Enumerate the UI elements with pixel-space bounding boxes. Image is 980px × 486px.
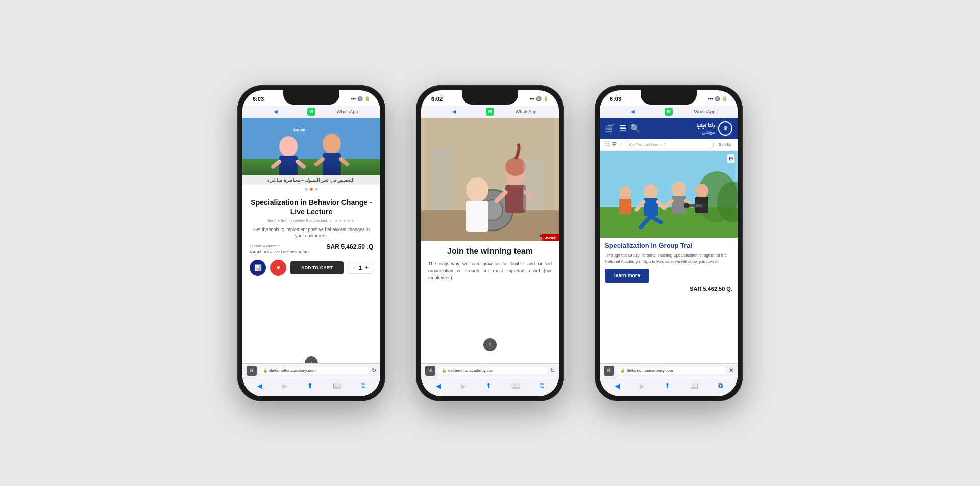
svg-line-10 [341,159,347,164]
url-bar-3[interactable]: 🔒 deltamotionacademy.com [617,367,726,374]
bottom-nav-3: ◀ ▶ ⬆ 📖 ⧉ [600,378,738,396]
url-bar-1[interactable]: 🔒 deltamotionacademy.com [260,367,369,374]
svg-line-9 [316,159,323,164]
phone-3: 6:03 ▪▪▪ 🔘 🔋 ◀ W WhatsApp 🛒 [595,85,743,401]
add-to-cart-button[interactable]: ADD TO CART [290,261,344,274]
scroll-up-2[interactable]: ↑ [483,338,497,351]
nav-share-3[interactable]: ⬆ [665,382,670,390]
battery-icon-2: 🔋 [543,96,549,101]
svg-rect-20 [505,185,526,213]
wishlist-button[interactable]: ♥ [270,260,286,276]
svg-rect-18 [466,201,488,232]
search-placeholder-3: the Product Name ? [629,142,666,147]
svg-point-45 [619,186,631,199]
svg-rect-25 [523,159,544,210]
nav-share-1[interactable]: ⬆ [307,382,313,390]
grid-view-icon[interactable]: ⊞ [611,141,617,148]
dot-2-active[interactable] [310,188,313,191]
search-icon-3[interactable]: 🔍 [630,123,641,133]
logo-arabic: دلتا فيتنيا [696,122,715,129]
signal-icon-3: ▪▪▪ [708,96,713,101]
notch-1 [283,90,339,105]
back-icon-1[interactable]: ◀ [247,109,304,114]
url-text-1: deltamotionacademy.com [270,368,316,373]
section-desc-2: The only way we can grow as a flexible a… [428,260,552,282]
list-view-icon[interactable]: ☰ [604,141,609,148]
browser-bar-1: ◀ W WhatsApp [242,106,380,118]
lock-icon-3: 🔒 [620,368,625,373]
nav-back-1[interactable]: ◀ [257,382,262,390]
refresh-icon-2[interactable]: ↻ [550,367,555,374]
wifi-icon-3: 🔘 [715,96,720,101]
battery-icon: 🔋 [364,96,370,101]
app-name-2: WhatsApp [497,109,555,114]
time-2: 6:02 [431,96,443,102]
shop-header: 🛒 ☰ 🔍 دلتا فيتنيا موشن ⚙ [600,118,738,139]
chart-button[interactable]: 📊 [250,260,266,276]
status-icons-2: ▪▪▪ 🔘 🔋 [529,96,549,101]
svg-point-3 [279,136,298,157]
nav-book-2[interactable]: 📖 [511,382,520,390]
close-icon-3[interactable]: ✕ [729,367,733,374]
product3-title: Specialization in Group Trai [605,242,732,249]
arrow-up-icon[interactable]: ↑ [620,141,623,147]
hero-image-1: NASM التخصص في تغير السلوك – محاضرة مباش… [242,118,380,185]
svg-line-5 [273,162,279,167]
phone3-hero: ⊟ [600,151,738,238]
battery-icon-3: 🔋 [722,96,727,101]
nav-back-3[interactable]: ◀ [615,382,620,390]
wifi-icon: 🔘 [357,96,363,101]
refresh-icon-1[interactable]: ↻ [372,367,376,374]
jobs-underline [540,235,555,237]
svg-point-7 [323,134,341,154]
svg-line-6 [298,162,304,167]
nav-forward-1[interactable]: ▶ [282,382,287,390]
logo-section: دلتا فيتنيا موشن ⚙ [696,121,732,136]
review-text: Be the first to review this product [268,218,327,223]
phone3-content: 🛒 ☰ 🔍 دلتا فيتنيا موشن ⚙ [600,118,738,396]
notch-3 [641,90,697,105]
qty-minus[interactable]: − [352,264,356,271]
status-sku: Status: Available NASM BCS-Live Lectures… [250,243,311,255]
back-icon-2[interactable]: ◀ [425,109,483,114]
qty-plus[interactable]: + [365,264,369,271]
nav-tabs-2[interactable]: ⧉ [540,381,544,390]
svg-rect-42 [687,204,704,207]
app-name-3: WhatsApp [676,109,733,114]
filter-bar-left: ☰ ⊞ [604,141,617,148]
nav-share-2[interactable]: ⬆ [486,382,492,390]
logo-sub: موشن [696,129,715,135]
price-section-1: Status: Available NASM BCS-Live Lectures… [250,243,373,255]
svg-point-43 [684,203,689,208]
product-search-bar[interactable]: the Product Name ? [626,141,714,148]
status-icons-1: ▪▪▪ 🔘 🔋 [351,96,370,101]
filter-bar: ☰ ⊞ ↑ the Product Name ? Sort by [600,139,738,151]
filter-icon-right[interactable]: ⊟ [727,154,734,163]
shop-header-icons: 🛒 ☰ 🔍 [605,123,641,133]
hero-svg-2 [421,118,559,241]
qty-value: 1 [359,265,362,271]
cart-icon-3[interactable]: 🛒 [605,123,615,133]
svg-rect-46 [619,199,631,214]
svg-rect-24 [431,149,452,210]
menu-icon-3[interactable]: ☰ [619,123,626,133]
nav-back-2[interactable]: ◀ [436,382,441,390]
app-name-1: WhatsApp [318,109,376,114]
learn-more-button[interactable]: learn more [605,269,649,283]
back-icon-3[interactable]: ◀ [604,109,662,114]
stars-1: ★★★★★ [334,218,355,223]
url-bar-2[interactable]: 🔒 deltamotionacademy.com [438,367,547,374]
nav-book-3[interactable]: 📖 [690,382,698,390]
shop-logo-icon: ⚙ [718,121,732,136]
translate-icon-1: 译 [247,366,257,376]
nav-book-1[interactable]: 📖 [333,382,341,390]
nav-tabs-1[interactable]: ⧉ [361,381,365,390]
nav-forward-2[interactable]: ▶ [461,382,466,390]
lock-icon-2: 🔒 [442,368,447,373]
signal-icon-2: ▪▪▪ [529,96,534,101]
nav-forward-3[interactable]: ▶ [640,382,645,390]
nav-tabs-3[interactable]: ⧉ [718,381,723,390]
sort-button[interactable]: Sort by [717,141,733,148]
whatsapp-icon-2: W [486,108,494,116]
status-icons-3: ▪▪▪ 🔘 🔋 [708,96,727,101]
